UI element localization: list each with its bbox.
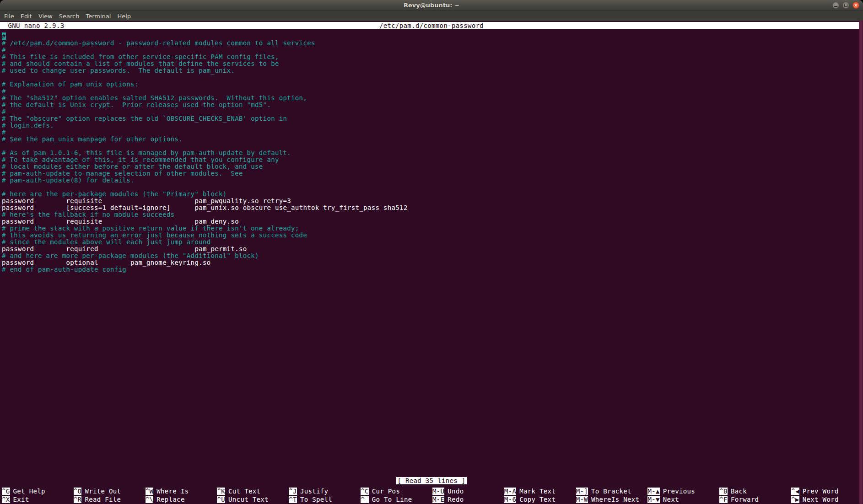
shortcut-to-spell: ^TTo Spell: [289, 496, 361, 503]
shortcut-key: ^R: [74, 496, 82, 503]
editor-line: #: [2, 33, 863, 40]
editor-line: # and should contain a list of modules t…: [2, 60, 863, 67]
shortcut-key: ^K: [217, 488, 225, 495]
shortcut-to-bracket: M-]To Bracket: [576, 488, 648, 495]
editor-line: [2, 184, 863, 191]
shortcut-key: M-▼: [647, 496, 659, 503]
shortcut-redo: M-ERedo: [432, 496, 504, 503]
nano-status-row: [ Read 35 lines ]: [0, 477, 863, 484]
shortcut-row-1: ^GGet Help^OWrite Out^WWhere Is^KCut Tex…: [0, 488, 863, 495]
editor-line: password [success=1 default=ignore] pam_…: [2, 204, 863, 211]
close-button[interactable]: x: [852, 2, 859, 9]
shortcut-label: Justify: [300, 488, 328, 495]
editor-line: # As of pam 1.0.1-6, this file is manage…: [2, 150, 863, 156]
shortcut-key: M-U: [432, 488, 444, 495]
shortcut-where-is: ^WWhere Is: [146, 488, 217, 495]
editor-line: # Explanation of pam_unix options:: [2, 81, 863, 88]
maximize-button[interactable]: [842, 2, 849, 9]
shortcut-label: To Bracket: [591, 488, 631, 495]
editor-line: # To take advantage of this, it is recom…: [2, 156, 863, 163]
shortcut-label: Next: [663, 496, 679, 503]
menu-terminal[interactable]: Terminal: [82, 13, 114, 20]
shortcut-read-file: ^RRead File: [74, 496, 146, 503]
shortcut-cur-pos: ^CCur Pos: [361, 488, 432, 495]
nano-status-message: [ Read 35 lines ]: [396, 477, 466, 484]
editor-line: password optional pam_gnome_keyring.so: [2, 259, 863, 266]
shortcut-cut-text: ^KCut Text: [217, 488, 289, 495]
terminal-screen[interactable]: GNU nano 2.9.3 /etc/pam.d/common-passwor…: [0, 21, 863, 504]
editor-line: password requisite pam_deny.so: [2, 218, 863, 225]
menubar: File Edit View Search Terminal Help: [0, 11, 863, 21]
shortcut-key: ^O: [74, 488, 82, 495]
shortcut-label: Uncut Text: [228, 496, 269, 503]
editor-line: # prime the stack with a positive return…: [2, 225, 863, 232]
shortcut-label: Read File: [85, 496, 121, 503]
shortcut-key: ^B: [719, 488, 728, 495]
shortcut-key: ^W: [146, 488, 154, 495]
shortcut-label: Redo: [448, 496, 464, 503]
shortcut-label: Write Out: [85, 488, 121, 495]
menu-help[interactable]: Help: [114, 13, 134, 20]
shortcut-label: Replace: [156, 496, 184, 503]
shortcut-label: WhereIs Next: [591, 496, 639, 503]
editor-line: # since the modules above will each just…: [2, 239, 863, 246]
shortcut-key: M-A: [504, 488, 516, 495]
shortcut-key: ^\: [146, 496, 154, 503]
shortcut-mark-text: M-AMark Text: [504, 488, 576, 495]
editor-line: # See the pam_unix manpage for other opt…: [2, 136, 863, 143]
menu-file[interactable]: File: [1, 13, 17, 20]
shortcut-key: M-▲: [647, 488, 659, 495]
shortcut-key: ^◀: [791, 488, 799, 495]
shortcut-forward: ^FForward: [719, 496, 791, 503]
shortcut-exit: ^XExit: [2, 496, 74, 503]
shortcut-justify: ^JJustify: [289, 488, 361, 495]
scrollbar[interactable]: [859, 21, 863, 504]
menu-edit[interactable]: Edit: [17, 13, 35, 20]
scrollbar-thumb[interactable]: [859, 21, 863, 504]
minimize-icon: [834, 6, 837, 7]
shortcut-label: Prev Word: [803, 488, 839, 495]
editor-line: # and here are more per-package modules …: [2, 252, 863, 259]
editor-line: # login.defs.: [2, 122, 863, 129]
shortcut-row-2: ^XExit^RRead File^\Replace^UUncut Text^T…: [0, 496, 863, 503]
minimize-button[interactable]: [832, 2, 839, 9]
editor-line: # The "obscure" option replaces the old …: [2, 115, 863, 122]
shortcut-key: ^F: [719, 496, 728, 503]
editor-line: [2, 74, 863, 81]
shortcut-replace: ^\Replace: [146, 496, 217, 503]
shortcut-label: Where Is: [156, 488, 189, 495]
editor-line: # This file is included from other servi…: [2, 54, 863, 60]
shortcut-key: ^T: [289, 496, 297, 503]
titlebar[interactable]: Revy@ubuntu: ~ x: [0, 0, 863, 11]
shortcut-key: ^J: [289, 488, 297, 495]
editor-line: #: [2, 47, 863, 54]
editor-line: #: [2, 129, 863, 136]
shortcut-previous: M-▲Previous: [647, 488, 719, 495]
shortcut-next: M-▼Next: [647, 496, 719, 503]
shortcut-label: Undo: [448, 488, 464, 495]
editor-line: # here are the per-package modules (the …: [2, 191, 863, 198]
editor-line: # pam-auth-update(8) for details.: [2, 177, 863, 184]
shortcut-label: To Spell: [300, 496, 332, 503]
shortcut-label: Get Help: [13, 488, 45, 495]
shortcut-label: Forward: [731, 496, 759, 503]
editor-line: # The "sha512" option enables salted SHA…: [2, 95, 863, 102]
menu-search[interactable]: Search: [56, 13, 83, 20]
shortcut-whereis-next: M-WWhereIs Next: [576, 496, 648, 503]
shortcut-uncut-text: ^UUncut Text: [217, 496, 289, 503]
editor-line: #: [2, 88, 863, 95]
shortcut-key: M-W: [576, 496, 588, 503]
shortcut-label: Mark Text: [519, 488, 556, 495]
editor-line: password required pam_permit.so: [2, 246, 863, 252]
window-controls: x: [832, 2, 859, 9]
nano-titlebar: GNU nano 2.9.3 /etc/pam.d/common-passwor…: [0, 22, 863, 29]
editor-lines[interactable]: ## /etc/pam.d/common-password - password…: [0, 29, 863, 477]
maximize-icon: [844, 4, 847, 7]
shortcut-key: M-E: [432, 496, 444, 503]
editor-line: # the default is Unix crypt. Prior relea…: [2, 102, 863, 108]
editor-line: # pam-auth-update to manage selection of…: [2, 170, 863, 177]
shortcut-prev-word: ^◀Prev Word: [791, 488, 863, 495]
shortcut-undo: M-UUndo: [432, 488, 504, 495]
shortcut-back: ^BBack: [719, 488, 791, 495]
menu-view[interactable]: View: [35, 13, 56, 20]
